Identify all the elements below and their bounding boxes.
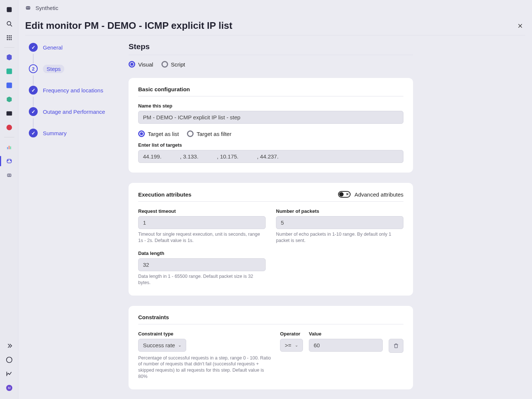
request-timeout-input[interactable] — [138, 216, 266, 229]
select-value: Success rate — [143, 342, 175, 348]
svg-rect-12 — [6, 69, 12, 74]
radio-visual[interactable]: Visual — [129, 61, 153, 68]
field-label: Name this step — [138, 103, 403, 109]
radio-label: Visual — [138, 61, 153, 68]
radio-script[interactable]: Script — [161, 61, 185, 68]
nav-terminal-icon[interactable] — [3, 107, 16, 120]
radio-label: Target as list — [148, 131, 179, 137]
field-label: Value — [309, 331, 383, 337]
card-title: Execution attributes — [138, 191, 191, 198]
step-outage[interactable]: ✓ Outage and Performance — [29, 106, 121, 117]
targets-input[interactable] — [138, 150, 403, 163]
help-text: Timeout for single request execution, un… — [138, 231, 266, 244]
nav-cube-icon[interactable] — [3, 51, 16, 64]
svg-point-23 — [8, 175, 9, 176]
check-icon: ✓ — [29, 107, 38, 116]
field-label: Request timeout — [138, 208, 266, 214]
nav-box-icon[interactable] — [3, 93, 16, 106]
nav-bot-icon[interactable] — [3, 168, 16, 182]
nav-grid-icon[interactable] — [3, 79, 16, 92]
radio-dot-icon — [161, 61, 168, 68]
step-connector — [33, 97, 34, 106]
data-length-input[interactable] — [138, 258, 266, 271]
svg-point-7 — [8, 37, 10, 38]
field-label: Operator — [280, 331, 303, 337]
radio-dot-icon — [138, 130, 145, 137]
nav-dashboard-icon[interactable] — [3, 65, 16, 78]
divider — [4, 137, 14, 137]
step-general[interactable]: ✓ General — [29, 42, 121, 52]
field-label: Number of packets — [276, 208, 403, 214]
app-sidebar: M — [0, 0, 18, 399]
constraint-type-select[interactable]: Success rate ⌄ — [138, 339, 186, 352]
spacer-label — [389, 331, 403, 337]
svg-point-9 — [7, 39, 8, 40]
step-steps[interactable]: 2 Steps — [29, 64, 121, 74]
svg-rect-22 — [7, 174, 11, 177]
toggle-label: Advanced attributes — [354, 191, 403, 198]
execution-attributes-card: Execution attributes ✕ Advanced attribut… — [129, 183, 413, 296]
chevron-down-icon: ⌄ — [178, 343, 181, 348]
nav-chart-icon[interactable] — [3, 140, 16, 154]
step-summary[interactable]: ✓ Summary — [29, 128, 121, 138]
svg-point-8 — [10, 37, 11, 38]
analytics-icon[interactable] — [3, 367, 16, 381]
help-text: Data length in 1 - 65500 range. Default … — [138, 273, 266, 286]
radio-label: Script — [171, 61, 185, 68]
wizard-stepper: ✓ General 2 Steps ✓ Frequency and locati… — [25, 42, 121, 399]
divider — [4, 47, 14, 48]
card-title: Basic configuration — [138, 86, 190, 92]
breadcrumb-label[interactable]: Synthetic — [35, 5, 58, 11]
step-label: General — [43, 44, 62, 51]
operator-select[interactable]: >= ⌄ — [280, 339, 303, 352]
field-label: Data length — [138, 250, 266, 256]
logo-icon[interactable] — [3, 3, 16, 16]
svg-point-20 — [10, 160, 11, 161]
svg-point-4 — [8, 35, 10, 36]
svg-text:M: M — [8, 386, 10, 390]
apps-icon[interactable] — [3, 31, 16, 44]
help-icon[interactable] — [3, 353, 16, 366]
radio-target-list[interactable]: Target as list — [138, 130, 179, 137]
delete-constraint-button[interactable] — [389, 339, 403, 353]
basic-config-card: Basic configuration Name this step Targe… — [129, 78, 413, 173]
svg-point-6 — [7, 37, 8, 38]
svg-point-15 — [6, 125, 12, 130]
step-label: Frequency and locations — [43, 87, 103, 93]
breadcrumb: Synthetic — [18, 0, 532, 16]
radio-target-filter[interactable]: Target as filter — [187, 130, 231, 137]
svg-point-29 — [27, 7, 28, 8]
svg-point-5 — [10, 35, 11, 36]
nav-synthetic-icon[interactable] — [3, 154, 16, 168]
svg-rect-17 — [8, 146, 10, 149]
page-title: Edit monitor PM - DEMO - ICMP explicit I… — [25, 20, 232, 31]
nav-alert-icon[interactable] — [3, 121, 16, 134]
svg-rect-0 — [7, 7, 11, 12]
page-header: Edit monitor PM - DEMO - ICMP explicit I… — [25, 16, 525, 35]
step-name-input[interactable] — [138, 111, 403, 124]
close-button[interactable] — [515, 21, 525, 31]
step-label: Summary — [43, 130, 66, 136]
synthetic-icon — [24, 4, 32, 11]
wizard-content: Steps Visual Script Basic configuration … — [129, 42, 413, 399]
radio-label: Target as filter — [197, 131, 231, 137]
svg-rect-18 — [10, 146, 11, 149]
step-connector — [33, 118, 34, 128]
advanced-attributes-toggle[interactable]: ✕ Advanced attributes — [338, 191, 403, 198]
step-mode-radio-group: Visual Script — [129, 61, 413, 68]
help-text: Number of echo packets in 1-10 range. By… — [276, 231, 403, 244]
constraints-card: Constraints Constraint type Success rate… — [129, 306, 413, 390]
step-frequency[interactable]: ✓ Frequency and locations — [29, 85, 121, 95]
svg-point-11 — [10, 39, 11, 40]
packets-input[interactable] — [276, 216, 403, 229]
check-icon: ✓ — [29, 43, 38, 52]
constraint-value-input[interactable] — [309, 339, 383, 352]
field-label: Enter list of targets — [138, 142, 403, 148]
expand-sidebar-icon[interactable] — [3, 339, 16, 352]
avatar[interactable]: M — [3, 381, 16, 395]
svg-point-30 — [28, 7, 30, 8]
search-icon[interactable] — [3, 17, 16, 30]
field-label: Constraint type — [138, 331, 186, 337]
step-connector — [33, 75, 34, 85]
step-connector — [33, 54, 34, 64]
